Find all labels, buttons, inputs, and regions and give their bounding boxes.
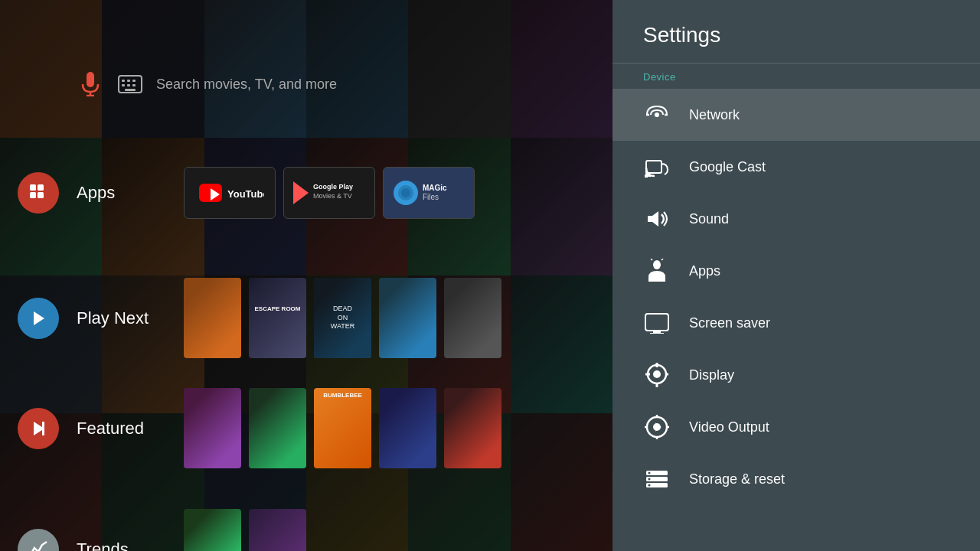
svg-marker-18 xyxy=(293,181,309,204)
svg-rect-40 xyxy=(650,333,664,334)
svg-point-29 xyxy=(655,112,659,117)
search-bar[interactable]: Search movies, TV, and more xyxy=(77,65,597,103)
storage-reset-label: Storage & reset xyxy=(689,471,785,487)
svg-rect-11 xyxy=(30,184,36,191)
featured-thumb-3[interactable]: BUMBLEBEE xyxy=(314,388,371,468)
svg-rect-32 xyxy=(646,161,662,173)
svg-point-54 xyxy=(648,478,651,481)
svg-rect-38 xyxy=(645,314,668,331)
svg-rect-45 xyxy=(645,373,650,376)
settings-item-sound[interactable]: Sound xyxy=(612,193,980,245)
svg-rect-12 xyxy=(38,184,44,191)
left-panel: Search movies, TV, and more Apps YouTube xyxy=(0,0,612,551)
trends-icon-circle xyxy=(18,529,59,552)
settings-header: Settings xyxy=(612,0,980,63)
apps-icon-circle xyxy=(18,172,59,214)
featured-thumb-5[interactable] xyxy=(444,388,501,468)
network-icon xyxy=(643,101,671,129)
trends-row: Trends xyxy=(0,509,612,551)
svg-rect-10 xyxy=(125,89,136,91)
svg-rect-8 xyxy=(127,84,130,86)
sound-label: Sound xyxy=(689,211,729,227)
screen-saver-icon xyxy=(643,309,671,337)
featured-row: Featured BUMBLEBEE xyxy=(0,388,612,468)
svg-rect-4 xyxy=(122,80,125,82)
mic-icon[interactable] xyxy=(77,70,104,98)
svg-rect-6 xyxy=(132,80,136,82)
settings-item-video-output[interactable]: Video Output xyxy=(612,401,980,453)
svg-rect-28 xyxy=(42,422,44,435)
apps-row-label: Apps xyxy=(77,183,184,203)
trends-row-label: Trends xyxy=(77,540,184,552)
trends-thumb-1[interactable] xyxy=(184,509,241,551)
svg-rect-44 xyxy=(656,383,658,387)
movie-thumb-1[interactable] xyxy=(184,278,241,358)
svg-text:Files: Files xyxy=(423,193,439,201)
svg-text:Google Play: Google Play xyxy=(313,183,353,191)
youtube-app-card[interactable]: YouTube xyxy=(184,167,276,219)
network-label: Network xyxy=(689,107,740,123)
googleplay-app-card[interactable]: Google Play Movies & TV xyxy=(283,167,375,219)
storage-reset-icon xyxy=(643,465,671,493)
apps-settings-label: Apps xyxy=(689,263,720,279)
movie-thumb-5[interactable] xyxy=(444,278,501,358)
svg-text:Movies & TV: Movies & TV xyxy=(313,192,352,200)
settings-item-display[interactable]: Display xyxy=(612,349,980,401)
display-icon xyxy=(643,361,671,389)
featured-row-icon xyxy=(0,408,77,449)
svg-rect-7 xyxy=(122,84,125,86)
svg-rect-9 xyxy=(132,84,136,86)
svg-marker-26 xyxy=(34,311,44,325)
apps-settings-icon xyxy=(643,257,671,285)
featured-row-content: BUMBLEBEE xyxy=(184,388,501,468)
svg-point-23 xyxy=(401,188,410,197)
display-label: Display xyxy=(689,367,734,383)
svg-marker-34 xyxy=(648,211,658,227)
featured-icon-circle xyxy=(18,408,59,449)
settings-item-apps[interactable]: Apps xyxy=(612,245,980,297)
settings-item-screen-saver[interactable]: Screen saver xyxy=(612,297,980,349)
featured-thumb-1[interactable] xyxy=(184,388,241,468)
video-output-label: Video Output xyxy=(689,419,769,435)
movie-thumb-3[interactable]: DEADONWATER xyxy=(314,278,371,358)
video-output-icon xyxy=(643,413,671,441)
movie-thumb-4[interactable] xyxy=(379,278,436,358)
settings-item-storage-reset[interactable]: Storage & reset xyxy=(612,453,980,505)
settings-title: Settings xyxy=(643,23,949,47)
device-label: Device xyxy=(612,64,980,89)
apps-row-icon xyxy=(0,172,77,214)
svg-rect-13 xyxy=(30,192,36,198)
svg-point-55 xyxy=(648,484,651,487)
trends-row-icon xyxy=(0,529,77,552)
svg-rect-14 xyxy=(38,192,44,198)
svg-text:MAGic: MAGic xyxy=(423,184,447,192)
google-cast-label: Google Cast xyxy=(689,159,766,175)
apps-row-content: YouTube Google Play Movies & TV MAGic xyxy=(184,167,475,219)
svg-rect-39 xyxy=(653,331,661,333)
featured-thumb-4[interactable] xyxy=(379,388,436,468)
magic-app-card[interactable]: MAGic Files xyxy=(383,167,475,219)
keyboard-icon[interactable] xyxy=(116,70,144,98)
svg-line-36 xyxy=(651,259,652,260)
playnext-row-label: Play Next xyxy=(77,308,184,328)
search-input-placeholder[interactable]: Search movies, TV, and more xyxy=(156,77,337,93)
settings-item-google-cast[interactable]: Google Cast xyxy=(612,141,980,193)
svg-rect-0 xyxy=(87,72,94,87)
movie-thumb-2[interactable]: ESCAPE ROOM xyxy=(249,278,306,358)
trends-row-content xyxy=(184,509,306,551)
svg-text:YouTube: YouTube xyxy=(227,188,264,200)
apps-row: Apps YouTube Google Play Movies & TV xyxy=(0,167,612,219)
svg-point-42 xyxy=(653,370,661,378)
settings-panel: Settings Device Network xyxy=(612,0,980,551)
svg-rect-46 xyxy=(665,373,668,376)
sound-icon xyxy=(643,205,671,233)
featured-thumb-2[interactable] xyxy=(249,388,306,468)
screen-saver-label: Screen saver xyxy=(689,315,770,331)
svg-rect-5 xyxy=(127,80,130,82)
trends-thumb-2[interactable] xyxy=(249,509,306,551)
playnext-row-icon xyxy=(0,298,77,339)
settings-item-network[interactable]: Network xyxy=(612,89,980,141)
playnext-icon-circle xyxy=(18,298,59,339)
featured-row-label: Featured xyxy=(77,419,184,439)
playnext-row: Play Next ESCAPE ROOM DEADONWATER xyxy=(0,278,612,358)
